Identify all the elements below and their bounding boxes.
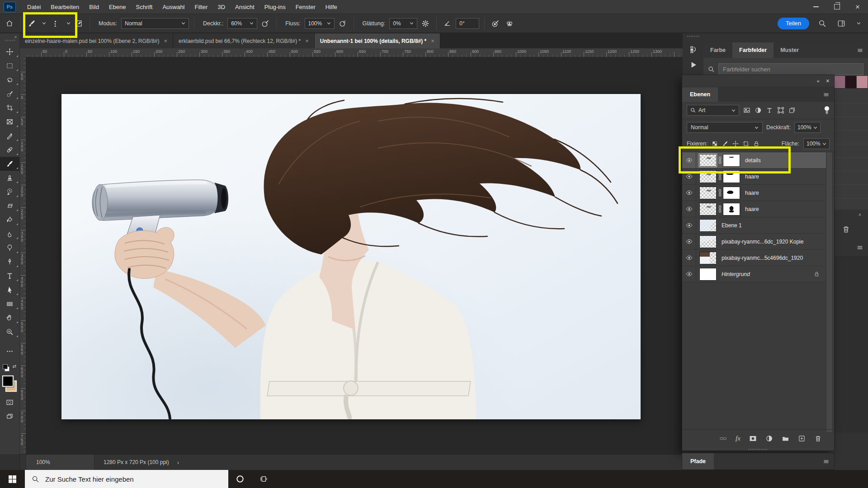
tool-quick-selection[interactable] <box>0 87 19 101</box>
tab-ebenen[interactable]: Ebenen <box>682 87 718 102</box>
brush-panel-icon[interactable] <box>73 18 85 29</box>
filter-toggle-icon[interactable] <box>824 106 830 115</box>
collapse-panel-icon[interactable]: « <box>817 78 820 84</box>
scroll-up-icon[interactable]: ˄ <box>859 212 861 217</box>
mask-link-icon[interactable] <box>716 156 723 164</box>
canvas[interactable] <box>61 94 641 419</box>
swatch-chip[interactable] <box>834 76 845 88</box>
menu-hilfe[interactable]: Hilfe <box>321 0 342 14</box>
add-adjustment-icon[interactable] <box>765 435 773 442</box>
layer-row-haare[interactable]: haare <box>682 169 826 185</box>
add-mask-icon[interactable] <box>749 435 757 442</box>
tool-type[interactable] <box>0 269 19 283</box>
toolbar-grip[interactable] <box>5 40 15 41</box>
zoom-level-field[interactable]: 100% <box>26 455 94 470</box>
layer-name[interactable]: haare <box>745 206 759 212</box>
menu-3d[interactable]: 3D <box>212 0 230 14</box>
tool-clone-stamp[interactable] <box>0 171 19 185</box>
new-group-icon[interactable] <box>782 435 789 442</box>
modus-select[interactable]: Normal <box>121 18 189 29</box>
status-options-chevron[interactable]: › <box>177 459 179 466</box>
butterfly-icon[interactable] <box>504 18 515 29</box>
layer-row-hintergrund[interactable]: Hintergrund <box>682 266 826 282</box>
layer-row-haare[interactable]: haare <box>682 201 826 217</box>
swap-colors-icon[interactable]: ⇄ <box>13 364 16 369</box>
tool-smudge[interactable] <box>0 227 19 241</box>
delete-swatch-icon[interactable] <box>842 225 850 234</box>
start-button[interactable] <box>0 470 25 488</box>
horizontal-ruler[interactable]: 5005010015020025030035040045050055060065… <box>26 48 683 57</box>
deckkr-field[interactable]: 60% <box>227 18 257 29</box>
tool-crop[interactable] <box>0 101 19 115</box>
tool-path-selection[interactable] <box>0 283 19 297</box>
layer-thumbnail[interactable] <box>700 220 716 231</box>
layer-mask-thumbnail[interactable] <box>723 203 740 215</box>
close-button[interactable]: ✕ <box>847 0 868 14</box>
layer-name[interactable]: pixabay-ryanmc...6dc_1920 Kopie <box>722 239 803 245</box>
panel-menu-icon[interactable] <box>856 244 863 251</box>
layer-thumbnail[interactable] <box>700 187 716 199</box>
foreground-color-swatch[interactable] <box>2 375 14 387</box>
close-panel-icon[interactable]: × <box>826 77 830 84</box>
new-layer-icon[interactable] <box>798 435 806 442</box>
tool-rectangular-marquee[interactable] <box>0 59 19 73</box>
layer-row-ebene-1[interactable]: Ebene 1 <box>682 217 826 234</box>
layer-name[interactable]: haare <box>745 190 759 196</box>
restore-button[interactable] <box>826 0 847 14</box>
tab-close-icon[interactable]: × <box>164 38 168 44</box>
document-tab-1[interactable]: einzelne-haare-malen.psd bei 100% (Ebene… <box>19 33 173 48</box>
angle-field[interactable]: 0° <box>456 18 479 29</box>
panel-tab-muster[interactable]: Muster <box>774 42 806 58</box>
layer-thumbnail[interactable] <box>700 252 716 264</box>
layer-row-pixabay-ryanmc-5c4696dc-1920[interactable]: pixabay-ryanmc...5c4696dc_1920 <box>682 250 826 266</box>
layer-visibility-icon[interactable] <box>682 234 696 249</box>
history-panel-icon[interactable] <box>683 42 703 57</box>
tool-paint-bucket[interactable] <box>0 213 19 227</box>
lock-all-icon[interactable] <box>753 141 760 147</box>
task-view-button[interactable] <box>252 470 275 488</box>
layer-name[interactable]: Hintergrund <box>722 271 750 277</box>
layer-thumbnail[interactable] <box>700 155 716 166</box>
lock-position-icon[interactable] <box>732 141 739 147</box>
lock-artboard-icon[interactable] <box>743 141 749 147</box>
pressure-size-icon[interactable] <box>490 18 501 29</box>
menu-fenster[interactable]: Fenster <box>291 0 321 14</box>
swatches-menu-icon[interactable] <box>857 42 868 58</box>
deckkraft-field[interactable]: 100% <box>794 122 821 133</box>
swatch-chip[interactable] <box>845 76 856 88</box>
tab-pfade[interactable]: Pfade <box>682 453 714 469</box>
search-icon[interactable] <box>816 18 828 29</box>
panel-grip[interactable] <box>687 36 699 37</box>
menu-filter[interactable]: Filter <box>190 0 213 14</box>
layer-name[interactable]: pixabay-ryanmc...5c4696dc_1920 <box>722 255 803 261</box>
menu-auswahl[interactable]: Auswahl <box>157 0 189 14</box>
layers-scrollbar[interactable] <box>826 152 833 433</box>
tool-hand[interactable] <box>0 311 19 325</box>
pressure-opacity-icon[interactable] <box>259 18 271 29</box>
brush-icon[interactable] <box>26 18 38 29</box>
filter-type-select[interactable]: Art <box>687 105 739 116</box>
menu-schrift[interactable]: Schrift <box>131 0 158 14</box>
screen-mode-icon[interactable] <box>0 409 19 423</box>
layer-visibility-icon[interactable] <box>682 217 696 233</box>
menu-bild[interactable]: Bild <box>84 0 104 14</box>
minimize-button[interactable] <box>806 0 826 14</box>
layer-mask-thumbnail[interactable] <box>723 155 740 166</box>
home-icon[interactable] <box>4 18 15 29</box>
layer-visibility-icon[interactable] <box>682 169 696 184</box>
lock-transparency-icon[interactable] <box>712 141 718 147</box>
default-swap-colors[interactable]: ⇄ <box>0 363 19 373</box>
menu-datei[interactable]: Datei <box>22 0 46 14</box>
mask-link-icon[interactable] <box>716 188 723 197</box>
tool-frame[interactable] <box>0 115 19 129</box>
filter-shape-layers-icon[interactable] <box>777 107 784 114</box>
tool-dodge[interactable] <box>0 241 19 255</box>
tool-lasso[interactable] <box>0 73 19 87</box>
swatch-search-input[interactable]: Farbfelder suchen <box>718 63 863 75</box>
layer-mask-thumbnail[interactable] <box>723 187 740 199</box>
menu-plug-ins[interactable]: Plug-ins <box>259 0 291 14</box>
link-layers-icon[interactable] <box>719 435 727 442</box>
filter-pixel-layers-icon[interactable] <box>743 107 750 114</box>
swatch-group-rows[interactable] <box>834 89 868 210</box>
paths-menu-icon[interactable] <box>823 453 834 469</box>
